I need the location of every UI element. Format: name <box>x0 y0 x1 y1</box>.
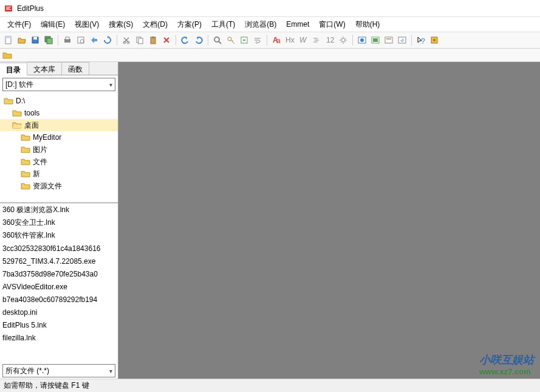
print-button[interactable] <box>61 34 73 46</box>
titlebar: EditPlus <box>0 0 540 17</box>
open-file-button[interactable] <box>16 34 28 46</box>
cut-button[interactable] <box>120 34 132 46</box>
undo-button[interactable] <box>179 34 191 46</box>
menu-view[interactable]: 视图(V) <box>70 18 104 32</box>
menubar: 文件(F) 编辑(E) 视图(V) 搜索(S) 文档(D) 方案(P) 工具(T… <box>0 17 540 32</box>
filter-combo[interactable]: 所有文件 (*.*) ▾ <box>2 364 115 377</box>
toolbar: Aa Hx W 123 ? <box>0 32 540 49</box>
menu-browser[interactable]: 浏览器(B) <box>240 18 281 32</box>
tab-directory[interactable]: 目录 <box>0 63 27 75</box>
filter-combo-text: 所有文件 (*.*) <box>5 366 109 376</box>
file-item[interactable]: 360软件管家.lnk <box>0 229 118 242</box>
tree-item[interactable]: tools <box>0 107 118 119</box>
main-area: 目录 文本库 函数 [D:] 软件 ▾ D:\ tools 桌面 MyEdit <box>0 62 540 379</box>
menu-document[interactable]: 文档(D) <box>138 18 173 32</box>
tab-functions[interactable]: 函数 <box>62 62 89 75</box>
menu-tools[interactable]: 工具(T) <box>207 18 240 32</box>
tab-cliptext[interactable]: 文本库 <box>27 62 62 75</box>
menu-help[interactable]: 帮助(H) <box>350 18 385 32</box>
svg-rect-23 <box>231 40 233 41</box>
file-item[interactable]: filezilla.lnk <box>0 331 118 344</box>
settings-button[interactable] <box>337 34 349 46</box>
svg-point-20 <box>214 37 219 42</box>
redo-button[interactable] <box>193 34 205 46</box>
svg-text:?: ? <box>421 37 425 45</box>
save-all-button[interactable] <box>43 34 55 46</box>
file-list[interactable]: 360 极速浏览器X.lnk 360安全卫士.lnk 360软件管家.lnk 3… <box>0 203 118 363</box>
tree-item[interactable]: 文件 <box>0 156 118 168</box>
tree-item-label: MyEditor <box>33 133 61 142</box>
tree-item[interactable]: MyEditor <box>0 131 118 143</box>
file-item[interactable]: EditPlus 5.lnk <box>0 318 118 331</box>
help-cursor-button[interactable]: ? <box>415 34 427 46</box>
view-in-browser-button[interactable] <box>383 34 395 46</box>
status-text: 如需帮助，请按键盘 F1 键 <box>4 380 89 391</box>
wordwrap-button[interactable] <box>251 34 264 46</box>
tree-item[interactable]: 图片 <box>0 143 118 156</box>
svg-text:a: a <box>276 36 281 45</box>
indent-button[interactable] <box>310 34 323 46</box>
drive-combo[interactable]: [D:] 软件 ▾ <box>2 78 115 91</box>
app-icon <box>4 4 13 13</box>
file-item[interactable]: 7ba3d3758d98e70fe25b43a0 <box>0 267 118 280</box>
menu-project[interactable]: 方案(P) <box>173 18 207 32</box>
hex-button[interactable]: Hx <box>284 34 296 46</box>
copy-button[interactable] <box>134 34 146 46</box>
svg-rect-35 <box>385 37 392 43</box>
svg-line-21 <box>219 41 221 44</box>
svg-rect-3 <box>6 9 11 10</box>
ftp-button[interactable] <box>88 34 100 46</box>
svg-rect-2 <box>6 8 10 9</box>
chevron-down-icon: ▾ <box>109 368 112 374</box>
pathbar <box>0 49 540 62</box>
find-button[interactable] <box>211 34 224 46</box>
menu-edit[interactable]: 编辑(E) <box>36 18 70 32</box>
menu-file[interactable]: 文件(F) <box>2 18 36 32</box>
svg-rect-19 <box>152 36 154 38</box>
delete-button[interactable] <box>160 34 173 46</box>
goto-button[interactable] <box>238 34 250 46</box>
replace-button[interactable] <box>225 34 237 46</box>
refresh-browser-button[interactable] <box>396 34 408 46</box>
font-button[interactable]: Aa <box>270 34 282 46</box>
tree-item[interactable]: 新 <box>0 168 118 180</box>
file-item[interactable]: 3cc302532830f61c4a1843616 <box>0 242 118 255</box>
svg-rect-5 <box>5 36 11 38</box>
save-button[interactable] <box>29 34 41 46</box>
file-item[interactable]: 360安全卫士.lnk <box>0 216 118 229</box>
tree-item[interactable]: 资源文件 <box>0 180 118 192</box>
browser-ext-button[interactable] <box>369 34 381 46</box>
file-item[interactable]: desktop.ini <box>0 306 118 318</box>
tree-item-label: 文件 <box>33 157 47 167</box>
svg-text:Hx: Hx <box>285 36 295 44</box>
svg-text:123: 123 <box>326 36 335 44</box>
wrap-button[interactable]: W <box>297 34 309 46</box>
folder-icon <box>21 133 30 142</box>
tree-item[interactable]: D:\ <box>0 95 118 107</box>
paste-button[interactable] <box>147 34 159 46</box>
svg-point-32 <box>360 38 364 42</box>
folder-icon <box>12 109 22 117</box>
folder-tree[interactable]: D:\ tools 桌面 MyEditor 图片 文件 <box>0 94 118 203</box>
line-num-button[interactable]: 123 <box>324 34 336 46</box>
menu-search[interactable]: 搜索(S) <box>104 18 138 32</box>
menu-emmet[interactable]: Emmet <box>281 18 314 30</box>
app-title: EditPlus <box>17 4 44 13</box>
config-button[interactable] <box>428 34 440 46</box>
file-item[interactable]: AVSVideoEditor.exe <box>0 280 118 293</box>
tree-item-label: 资源文件 <box>33 181 62 191</box>
file-item[interactable]: b7ea4038e0c60789292fb194 <box>0 293 118 306</box>
svg-point-40 <box>433 39 436 41</box>
reload-button[interactable] <box>101 34 114 46</box>
tree-item[interactable]: 桌面 <box>0 119 118 131</box>
svg-rect-34 <box>373 38 378 42</box>
print-preview-button[interactable] <box>75 34 87 46</box>
new-file-button[interactable] <box>2 34 15 46</box>
svg-rect-11 <box>66 37 69 40</box>
file-item[interactable]: 360 极速浏览器X.lnk <box>0 204 118 216</box>
tree-item-label: 新 <box>33 169 40 179</box>
svg-rect-36 <box>386 38 391 40</box>
menu-window[interactable]: 窗口(W) <box>314 18 350 32</box>
browser-ie-button[interactable] <box>356 34 368 46</box>
file-item[interactable]: 529762_TIM3.4.7.22085.exe <box>0 255 118 267</box>
